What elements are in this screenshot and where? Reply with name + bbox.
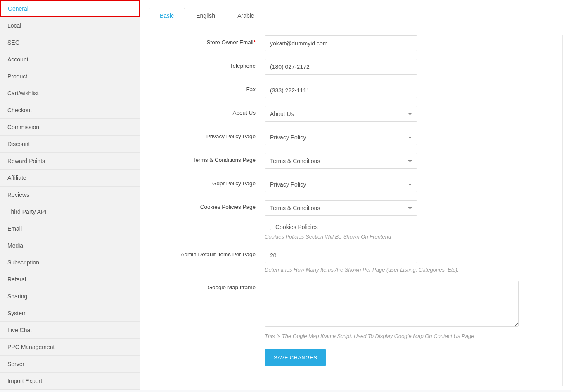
- telephone-label: Telephone: [149, 59, 265, 69]
- sidebar-item-general[interactable]: General: [0, 0, 140, 17]
- sidebar-item-server[interactable]: Server: [0, 356, 140, 373]
- sidebar-item-third-party-api[interactable]: Third Party API: [0, 203, 140, 220]
- cookies-policies-help: Cookies Policies Section Will Be Shown O…: [265, 234, 519, 240]
- sidebar-item-local[interactable]: Local: [0, 17, 140, 34]
- chevron-down-icon: [408, 113, 412, 115]
- sidebar-item-affiliate[interactable]: Affiliate: [0, 170, 140, 187]
- sidebar-item-reviews[interactable]: Reviews: [0, 187, 140, 203]
- map-iframe-textarea[interactable]: [265, 281, 519, 327]
- sidebar-item-discount[interactable]: Discount: [0, 136, 140, 153]
- terms-select[interactable]: Terms & Conditions: [265, 153, 417, 169]
- gdpr-select[interactable]: Privacy Policy: [265, 177, 417, 192]
- about-us-select[interactable]: About Us: [265, 106, 417, 122]
- sidebar-item-subscription[interactable]: Subscription: [0, 254, 140, 271]
- privacy-policy-select[interactable]: Privacy Policy: [265, 130, 417, 145]
- terms-value: Terms & Conditions: [270, 158, 320, 164]
- save-changes-button[interactable]: SAVE CHANGES: [265, 349, 326, 366]
- gdpr-value: Privacy Policy: [270, 181, 306, 188]
- sidebar-item-product[interactable]: Product: [0, 68, 140, 85]
- privacy-policy-label: Privacy Policy Page: [149, 130, 265, 139]
- tab-english[interactable]: English: [185, 8, 226, 23]
- map-iframe-help: This Is The Gogle Map Iframe Script, Use…: [265, 333, 519, 339]
- about-us-value: About Us: [270, 111, 294, 117]
- tab-arabic[interactable]: Arabic: [226, 8, 265, 23]
- chevron-down-icon: [408, 184, 412, 186]
- cookies-page-select[interactable]: Terms & Conditions: [265, 200, 417, 216]
- items-per-page-input[interactable]: [265, 248, 417, 263]
- sidebar-item-reward-points[interactable]: Reward Points: [0, 153, 140, 170]
- sidebar-item-commission[interactable]: Commission: [0, 119, 140, 136]
- sidebar-item-referal[interactable]: Referal: [0, 271, 140, 288]
- terms-label: Terms & Conditions Page: [149, 153, 265, 163]
- sidebar-item-system[interactable]: System: [0, 305, 140, 322]
- fax-label: Fax: [149, 83, 265, 92]
- chevron-down-icon: [408, 160, 412, 162]
- settings-sidebar: General Local SEO Account Product Cart/w…: [0, 0, 140, 390]
- sidebar-item-sharing[interactable]: Sharing: [0, 288, 140, 305]
- tab-basic[interactable]: Basic: [149, 8, 185, 23]
- privacy-policy-value: Privacy Policy: [270, 134, 306, 141]
- sidebar-item-live-chat[interactable]: Live Chat: [0, 322, 140, 339]
- main-panel: Basic English Arabic Store Owner Email* …: [140, 0, 571, 390]
- telephone-input[interactable]: [265, 59, 417, 75]
- about-us-label: About Us: [149, 106, 265, 116]
- items-per-page-help: Determines How Many Items Are Shown Per …: [265, 267, 519, 273]
- map-iframe-label: Google Map Iframe: [149, 281, 265, 290]
- general-settings-form: Store Owner Email* Telephone Fax About U…: [149, 35, 562, 374]
- fax-input[interactable]: [265, 83, 417, 98]
- sidebar-item-ppc-management[interactable]: PPC Management: [0, 339, 140, 356]
- cookies-page-value: Terms & Conditions: [270, 205, 320, 211]
- sidebar-item-seo[interactable]: SEO: [0, 34, 140, 51]
- chevron-down-icon: [408, 207, 412, 209]
- sidebar-item-import-export[interactable]: Import Export: [0, 373, 140, 390]
- items-per-page-label: Admin Default Items Per Page: [149, 248, 265, 257]
- cookies-page-label: Cookies Policies Page: [149, 200, 265, 210]
- cookies-policies-checkbox[interactable]: [265, 224, 271, 230]
- sidebar-item-media[interactable]: Media: [0, 237, 140, 254]
- sidebar-item-cart-wishlist[interactable]: Cart/wishlist: [0, 85, 140, 102]
- sidebar-item-email[interactable]: Email: [0, 220, 140, 237]
- cookies-policies-check-label: Cookies Policies: [275, 224, 318, 230]
- sidebar-item-checkout[interactable]: Checkout: [0, 102, 140, 119]
- store-owner-email-input[interactable]: [265, 35, 417, 51]
- store-owner-email-label: Store Owner Email*: [149, 35, 265, 45]
- chevron-down-icon: [408, 137, 412, 139]
- gdpr-label: Gdpr Policy Page: [149, 177, 265, 187]
- sidebar-item-account[interactable]: Account: [0, 51, 140, 68]
- language-tabs: Basic English Arabic: [149, 7, 563, 23]
